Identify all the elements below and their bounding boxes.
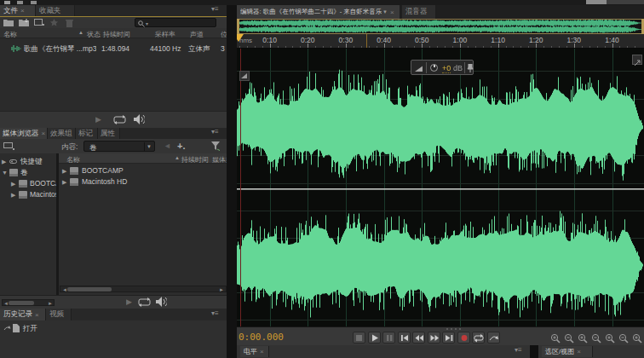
tab-history[interactable]: 历史记录× bbox=[0, 309, 46, 320]
zoom-out-button[interactable] bbox=[564, 332, 575, 344]
skip-button[interactable] bbox=[487, 332, 500, 344]
next-button[interactable] bbox=[442, 332, 455, 344]
history-entry[interactable]: 打开 bbox=[0, 323, 227, 333]
expander-icon[interactable]: ▶ bbox=[2, 159, 6, 165]
zoom-sel-left-button[interactable] bbox=[618, 332, 630, 344]
play-icon[interactable]: ▶ bbox=[95, 115, 101, 124]
tab-media-browser[interactable]: 媒体浏览器× bbox=[0, 128, 48, 139]
menu-icon-3[interactable] bbox=[31, 1, 37, 4]
stop-button[interactable] bbox=[353, 332, 365, 344]
tab-markers[interactable]: 标记 bbox=[76, 128, 98, 139]
speaker-icon[interactable] bbox=[155, 297, 167, 307]
back-arrow-icon[interactable]: ◄ bbox=[164, 141, 171, 150]
panel-menu-icon[interactable]: ▾≡ bbox=[211, 8, 219, 11]
col-duration[interactable]: 持续时间 bbox=[181, 155, 209, 165]
add-shortcut-icon[interactable]: +. bbox=[177, 141, 185, 151]
tab-levels[interactable]: 电平× bbox=[240, 346, 269, 357]
grip-dots[interactable] bbox=[446, 328, 463, 330]
hud-gain-value[interactable]: +0 bbox=[442, 64, 451, 73]
loop-button[interactable] bbox=[472, 332, 485, 344]
expander-icon[interactable]: ▶ bbox=[62, 168, 66, 175]
timeline-ruler[interactable]: hms 0:100:200:300:400:501:001:101:201:30… bbox=[237, 34, 644, 49]
forward-button[interactable] bbox=[428, 332, 440, 344]
panel-menu-icon[interactable]: ▾≡ bbox=[211, 130, 219, 134]
pause-button[interactable] bbox=[382, 332, 395, 344]
time-display[interactable]: 0:00.000 bbox=[239, 332, 284, 343]
col-name[interactable]: 名称 bbox=[66, 155, 80, 165]
ruler-label: 1:20 bbox=[524, 36, 548, 44]
editor-corner-icon[interactable] bbox=[632, 55, 642, 65]
rewind-button[interactable] bbox=[412, 332, 425, 344]
ruler-label: 1:30 bbox=[562, 36, 586, 44]
hud-panel[interactable]: +0 dB bbox=[411, 60, 474, 75]
zoom-sel-right-button[interactable] bbox=[632, 332, 643, 344]
hud-collapsed-icon[interactable] bbox=[239, 71, 250, 81]
play-icon[interactable]: ▶ bbox=[126, 297, 132, 306]
expander-icon[interactable]: ▶ bbox=[62, 179, 66, 186]
list-item[interactable]: ▶ BOOTCAMP bbox=[59, 165, 227, 176]
delete-icon[interactable] bbox=[66, 19, 73, 27]
favorite-icon[interactable] bbox=[49, 19, 59, 26]
overview-strip[interactable] bbox=[237, 19, 644, 34]
pin-icon[interactable] bbox=[467, 64, 474, 72]
tree-item[interactable]: ▶快捷键 bbox=[0, 156, 56, 167]
tree-item[interactable]: ▶BOOTCAMP bbox=[0, 178, 56, 189]
overview-left-handle[interactable] bbox=[237, 19, 239, 34]
import-file-icon[interactable] bbox=[19, 19, 30, 26]
tree-item[interactable]: ▼卷 bbox=[0, 167, 56, 178]
menu-icon-1[interactable] bbox=[4, 1, 10, 4]
tab-selection-view[interactable]: 选区/视图× bbox=[542, 346, 593, 357]
search-dropdown-arrow[interactable]: ▾ bbox=[146, 20, 148, 26]
expander-icon[interactable]: ▶ bbox=[11, 181, 15, 188]
speaker-icon[interactable] bbox=[133, 114, 145, 124]
zoom-out-time-button[interactable] bbox=[591, 332, 602, 344]
search-icon bbox=[138, 20, 145, 27]
tab-effects-rack[interactable]: 效果组 bbox=[48, 128, 76, 139]
zoom-in-button[interactable] bbox=[550, 332, 561, 344]
close-icon[interactable]: × bbox=[577, 348, 581, 355]
close-icon[interactable]: × bbox=[260, 348, 264, 355]
close-icon[interactable]: × bbox=[35, 311, 39, 319]
list-item[interactable]: ▶ Macintosh HD bbox=[59, 176, 227, 188]
panel-menu-icon[interactable]: ▾≡ bbox=[211, 312, 219, 315]
content-dropdown[interactable]: 卷 ▼ bbox=[83, 141, 155, 152]
volume-knob[interactable] bbox=[430, 64, 438, 72]
expander-icon[interactable]: ▼ bbox=[2, 170, 8, 176]
play-button[interactable] bbox=[368, 332, 381, 344]
prev-button[interactable] bbox=[398, 332, 411, 344]
tab-editor[interactable]: 编辑器: 歌曲《在竹钢琴曲二十四》- 来自虾米音乐 .mp3 ▼ × bbox=[237, 5, 400, 19]
panel-divider[interactable] bbox=[227, 5, 237, 358]
chevron-down-icon[interactable]: ▼ bbox=[382, 9, 388, 14]
zoom-selection-button[interactable] bbox=[605, 332, 616, 344]
menu-icon-2[interactable] bbox=[17, 1, 23, 4]
media-list-hscrollbar[interactable]: ◄ ► bbox=[60, 286, 227, 292]
extract-audio-icon[interactable] bbox=[34, 19, 44, 26]
loop-icon[interactable] bbox=[113, 115, 126, 124]
playhead-line[interactable] bbox=[240, 49, 241, 326]
tab-files[interactable]: 文件× bbox=[0, 5, 36, 16]
filter-icon[interactable] bbox=[211, 141, 221, 151]
zoom-in-time-button[interactable] bbox=[578, 332, 589, 344]
close-icon[interactable]: × bbox=[20, 7, 25, 14]
sort-asc-icon[interactable]: ▲ bbox=[78, 30, 83, 35]
panel-menu-icon[interactable]: ▾≡ bbox=[515, 349, 522, 352]
waveform-display[interactable] bbox=[237, 49, 644, 326]
monitor-icon[interactable] bbox=[3, 142, 14, 151]
col-media-type[interactable]: 媒体类型 bbox=[212, 155, 227, 165]
media-tree-hscrollbar[interactable]: ◄ ► bbox=[2, 299, 55, 306]
expander-icon[interactable]: ▶ bbox=[11, 192, 15, 199]
tree-item[interactable]: ▶Macintosh HD bbox=[0, 189, 56, 200]
open-folder-icon[interactable] bbox=[3, 19, 14, 26]
tab-properties[interactable]: 属性 bbox=[98, 128, 120, 139]
playhead-handle[interactable] bbox=[237, 34, 244, 42]
sort-asc-icon[interactable]: ▲ bbox=[175, 155, 180, 160]
tab-mixer[interactable]: 混音器 bbox=[402, 5, 436, 19]
close-icon[interactable]: × bbox=[390, 9, 394, 16]
tab-favorites[interactable]: 收藏夹 bbox=[36, 5, 75, 16]
record-button[interactable] bbox=[457, 332, 470, 344]
tab-video[interactable]: 视频 bbox=[46, 309, 72, 320]
close-icon[interactable]: × bbox=[42, 130, 46, 137]
search-box[interactable]: ▾ bbox=[135, 18, 216, 27]
file-row[interactable]: 歌曲《在竹钢琴 ...mp3 1:48.094 44100 Hz 立体声 3 bbox=[0, 43, 227, 54]
loop-icon[interactable] bbox=[138, 297, 151, 307]
